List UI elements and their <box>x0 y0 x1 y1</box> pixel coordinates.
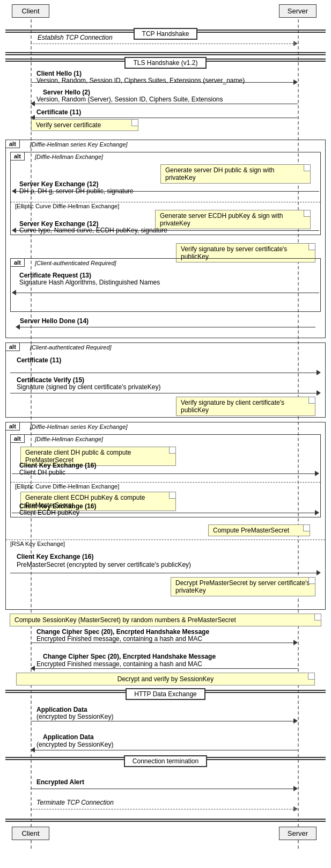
verify-server-cert-note: Verify server certificate <box>31 119 138 131</box>
alt-client-auth2-guard: [Client-authenticated Required] <box>30 344 112 351</box>
cert-verify-bold: Certificacte Verify (15) <box>17 376 84 384</box>
client-key-rsa-arrow <box>10 570 321 575</box>
compute-premaster-note: Compute PreMasterSecret <box>208 524 310 536</box>
cert-verify-sub: Signature (signed by client certificate'… <box>17 383 160 391</box>
app-data-c-sub: (encrypted by SessionKey) <box>36 713 113 720</box>
gen-server-dh-note: Generate server DH public & sign with pr… <box>160 164 311 184</box>
alt-client-auth1-label: alt <box>11 259 25 267</box>
term-line-bot2 <box>5 821 326 822</box>
cert-request-sub: Signature Hash Algorithms, Distinguished… <box>19 279 160 286</box>
rsa-label: [RSA Key Exchange] <box>10 541 65 547</box>
actor-server-bottom: Server <box>279 827 317 840</box>
alt-dh-label: alt <box>11 152 25 161</box>
encrypted-alert-arrow <box>31 786 298 791</box>
alt-client-auth1-guard: [Client-authenticated Required] <box>35 260 116 266</box>
actor-client-bottom: Client <box>12 827 49 840</box>
server-hello-done-arrow <box>16 324 315 330</box>
server-hello-bold: Server Hello (2) <box>43 89 90 96</box>
ecdh2-label: [Elliptic Curve Diffie-Hellman Exchange] <box>15 483 119 490</box>
change-cipher-c-bold: Change Cipher Spec (20), Encrpted Handsh… <box>36 628 209 636</box>
actor-client-top: Client <box>12 4 49 18</box>
alt-dh-series2-guard: [Diffie-Hellman series Key Exchange] <box>30 424 128 430</box>
alt-dh-series-label: alt <box>6 140 20 148</box>
app-data-c-bold: Application Data <box>36 706 87 713</box>
term-header: Connection termination <box>0 755 331 767</box>
alt-dh-series2-outer: alt [Diffie-Hellman series Key Exchange]… <box>5 422 326 610</box>
ecdh-label: [Elliptic Curve Diffie-Hellman Exchange] <box>15 203 119 209</box>
rsa-divider <box>6 539 325 540</box>
encrypted-alert-label: Encrypted Alert <box>36 778 84 786</box>
http-header: HTTP Data Exchange <box>0 688 331 700</box>
tcp-line-bot2 <box>5 54 326 55</box>
app-data-s-sub: (encrypted by SessionKey) <box>36 741 113 748</box>
client-key-16-bold: Client Key Exchange (16) <box>19 462 96 469</box>
verify-sig-client-note: Verify signature by client certificate's… <box>176 397 315 416</box>
server-key-12-bold: Server Key Exchange (12) <box>19 180 98 188</box>
alt-dh-series-outer: alt [Diffie-Hellman series Key Exchange]… <box>5 140 326 338</box>
tcp-header-box: TCP Handshake <box>134 28 198 40</box>
change-cipher-s-bold: Change Cipher Spec (20), Encrpted Handsh… <box>43 653 216 660</box>
client-hello-sub: Version, Random, Session ID, Ciphers Sui… <box>36 77 245 84</box>
terminate-tcp-label: Terminate TCP Connection <box>36 799 114 806</box>
change-cipher-c-sub: Encrypted Finished message, containing a… <box>36 635 202 643</box>
cert-request-arrow <box>12 290 319 295</box>
change-cipher-s-sub: Encrypted Finished message, containing a… <box>36 660 202 668</box>
client-key-rsa-sub: PreMasterSecret (encrypted by server cer… <box>17 561 191 568</box>
establish-tcp-arrow <box>31 41 298 46</box>
gen-server-ecdh-note: Generate server ECDH pubKey & sign with … <box>155 210 311 229</box>
term-header-box: Connection termination <box>124 755 207 767</box>
alt-client-auth2-label: alt <box>6 343 20 351</box>
certificate-bold: Certificate (11) <box>36 108 81 116</box>
alt-dh2-guard: [Diffie-Hellman Exchange] <box>35 436 103 442</box>
establish-tcp-label: Establish TCP Connection <box>38 34 113 41</box>
server-hello-sub: Version, Random (Server), Session ID, Ci… <box>36 96 223 103</box>
client-key-rsa-bold: Client Key Exchange (16) <box>17 553 93 560</box>
server-key-12-sub: DH p, DH g, server DH public, signature <box>19 187 134 195</box>
alt-dh-guard: [Diffie-Hellman Exchange] <box>35 154 103 160</box>
ecdh-divider <box>11 202 320 202</box>
client-key-16-sub: Client DH public <box>19 469 65 476</box>
decrypt-verify-note: Decrypt and verify by SessionKey <box>16 673 315 685</box>
cert-11-bold: Certificate (11) <box>17 356 61 364</box>
client-key-16b-sub: Client ECDH pubKey <box>19 509 79 516</box>
alt-client-auth2: alt [Client-authenticated Required] Cert… <box>5 342 326 418</box>
http-header-box: HTTP Data Exchange <box>126 688 205 700</box>
tcp-line-bot <box>5 52 326 53</box>
cert11-arrow <box>10 370 321 375</box>
alt-dh2-label: alt <box>11 435 25 443</box>
client-hello-bold: Client Hello (1) <box>36 70 82 77</box>
app-data-s-bold: Application Data <box>43 733 94 741</box>
decrypt-premaster-note: Decrypt PreMasterSecret by server certif… <box>171 577 315 596</box>
sequence-diagram: Client Server TCP Handshake Establish TC… <box>0 0 331 868</box>
actor-server-top: Server <box>279 4 317 18</box>
alt-dh-exchange: alt [Diffie-Hellman Exchange] Generate s… <box>10 152 321 235</box>
terminate-tcp-arrow <box>31 806 298 812</box>
term-line-bot <box>5 819 326 820</box>
alt-dh-series-guard: [Diffie-Hellman series Key Exchange] <box>30 141 128 148</box>
server-key-12b-sub: Curve type, Named curve, ECDH pubKey, si… <box>19 227 167 234</box>
compute-session-note: Compute SessionKey (MasterSecret) by ran… <box>10 614 321 626</box>
cert-request-bold: Certificate Request (13) <box>19 272 91 279</box>
server-hello-done-label: Server Hello Done (14) <box>20 317 89 325</box>
cert-verify-arrow <box>10 390 321 396</box>
tls-header-box: TLS Handshake (v1.2) <box>124 57 206 69</box>
alt-dh-exchange2: alt [Diffie-Hellman Exchange] Generate c… <box>10 434 321 517</box>
alt-client-auth1: alt [Client-authenticated Required] Cert… <box>10 258 321 312</box>
ecdh2-divider <box>11 482 320 483</box>
alt-dh-series2-label: alt <box>6 422 20 431</box>
tls-header: TLS Handshake (v1.2) <box>0 57 331 69</box>
